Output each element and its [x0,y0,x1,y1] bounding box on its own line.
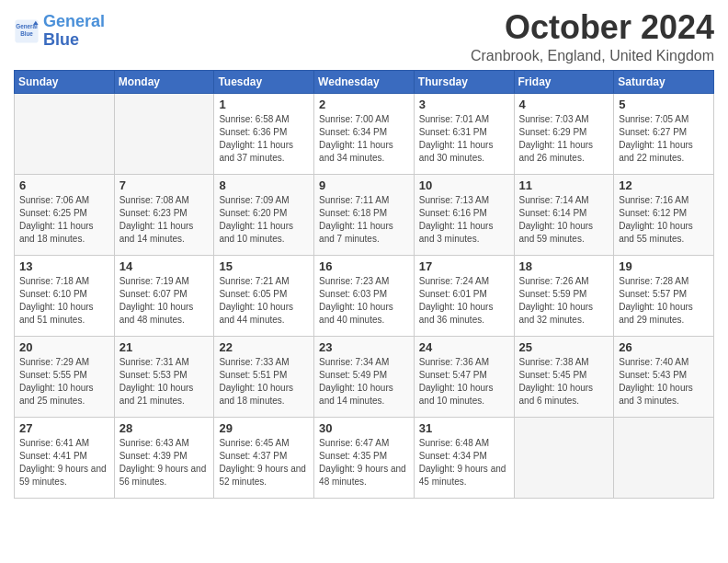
calendar-cell: 24Sunrise: 7:36 AM Sunset: 5:47 PM Dayli… [414,336,514,417]
calendar-cell [114,93,214,174]
weekday-header-tuesday: Tuesday [214,70,314,93]
weekday-header-monday: Monday [114,70,214,93]
weekday-header-friday: Friday [514,70,614,93]
calendar-cell [15,93,115,174]
day-number: 25 [519,340,609,354]
day-number: 30 [319,421,409,435]
day-number: 10 [419,178,509,192]
day-info: Sunrise: 7:19 AM Sunset: 6:07 PM Dayligh… [119,275,210,327]
calendar-cell: 8Sunrise: 7:09 AM Sunset: 6:20 PM Daylig… [214,174,314,255]
day-number: 18 [519,259,609,273]
day-info: Sunrise: 7:21 AM Sunset: 6:05 PM Dayligh… [219,275,309,327]
day-info: Sunrise: 7:11 AM Sunset: 6:18 PM Dayligh… [319,194,409,246]
day-number: 27 [19,421,109,435]
calendar-cell: 9Sunrise: 7:11 AM Sunset: 6:18 PM Daylig… [314,174,415,255]
day-info: Sunrise: 7:23 AM Sunset: 6:03 PM Dayligh… [319,275,409,327]
day-number: 31 [419,421,509,435]
calendar-cell: 13Sunrise: 7:18 AM Sunset: 6:10 PM Dayli… [15,255,115,336]
calendar-week-1: 1Sunrise: 6:58 AM Sunset: 6:36 PM Daylig… [15,93,714,174]
month-title: October 2024 [471,9,714,46]
weekday-header-saturday: Saturday [614,70,714,93]
day-info: Sunrise: 7:03 AM Sunset: 6:29 PM Dayligh… [519,113,609,165]
day-number: 1 [219,98,309,111]
logo: General Blue GeneralBlue [14,13,105,50]
day-number: 4 [519,98,609,111]
calendar-cell: 23Sunrise: 7:34 AM Sunset: 5:49 PM Dayli… [314,336,415,417]
day-number: 5 [619,98,709,111]
day-info: Sunrise: 7:18 AM Sunset: 6:10 PM Dayligh… [19,275,109,327]
calendar-cell: 25Sunrise: 7:38 AM Sunset: 5:45 PM Dayli… [514,336,614,417]
day-info: Sunrise: 7:33 AM Sunset: 5:51 PM Dayligh… [219,356,309,408]
calendar-week-5: 27Sunrise: 6:41 AM Sunset: 4:41 PM Dayli… [15,417,714,498]
title-area: October 2024 Cranbrook, England, United … [471,9,714,64]
day-info: Sunrise: 6:45 AM Sunset: 4:37 PM Dayligh… [219,437,309,488]
day-number: 15 [219,259,309,273]
day-number: 23 [319,340,409,354]
day-info: Sunrise: 6:43 AM Sunset: 4:39 PM Dayligh… [119,437,210,488]
calendar-table: SundayMondayTuesdayWednesdayThursdayFrid… [14,70,714,499]
calendar-cell: 4Sunrise: 7:03 AM Sunset: 6:29 PM Daylig… [514,93,614,174]
day-number: 28 [119,421,210,435]
calendar-cell: 14Sunrise: 7:19 AM Sunset: 6:07 PM Dayli… [114,255,214,336]
calendar-cell: 27Sunrise: 6:41 AM Sunset: 4:41 PM Dayli… [15,417,115,498]
day-info: Sunrise: 7:40 AM Sunset: 5:43 PM Dayligh… [619,356,709,408]
calendar-cell: 30Sunrise: 6:47 AM Sunset: 4:35 PM Dayli… [314,417,415,498]
calendar-cell [614,417,714,498]
day-number: 12 [619,178,709,192]
day-number: 19 [619,259,709,273]
calendar-cell: 26Sunrise: 7:40 AM Sunset: 5:43 PM Dayli… [614,336,714,417]
logo-text: GeneralBlue [43,13,105,50]
day-number: 8 [219,178,309,192]
calendar-cell: 19Sunrise: 7:28 AM Sunset: 5:57 PM Dayli… [614,255,714,336]
day-info: Sunrise: 7:38 AM Sunset: 5:45 PM Dayligh… [519,356,609,408]
day-number: 17 [419,259,509,273]
calendar-cell: 7Sunrise: 7:08 AM Sunset: 6:23 PM Daylig… [114,174,214,255]
calendar-cell: 16Sunrise: 7:23 AM Sunset: 6:03 PM Dayli… [314,255,415,336]
calendar-week-2: 6Sunrise: 7:06 AM Sunset: 6:25 PM Daylig… [15,174,714,255]
day-number: 13 [19,259,109,273]
calendar-cell: 11Sunrise: 7:14 AM Sunset: 6:14 PM Dayli… [514,174,614,255]
day-number: 7 [119,178,210,192]
weekday-header-sunday: Sunday [15,70,115,93]
calendar-week-4: 20Sunrise: 7:29 AM Sunset: 5:55 PM Dayli… [15,336,714,417]
day-number: 11 [519,178,609,192]
header: General Blue GeneralBlue October 2024 Cr… [14,9,714,64]
weekday-header-wednesday: Wednesday [314,70,415,93]
day-number: 16 [319,259,409,273]
calendar-cell: 15Sunrise: 7:21 AM Sunset: 6:05 PM Dayli… [214,255,314,336]
day-number: 2 [319,98,409,111]
day-info: Sunrise: 6:58 AM Sunset: 6:36 PM Dayligh… [219,113,309,165]
calendar-cell: 17Sunrise: 7:24 AM Sunset: 6:01 PM Dayli… [414,255,514,336]
day-info: Sunrise: 6:48 AM Sunset: 4:34 PM Dayligh… [419,437,509,488]
day-info: Sunrise: 7:09 AM Sunset: 6:20 PM Dayligh… [219,194,309,246]
calendar-cell: 20Sunrise: 7:29 AM Sunset: 5:55 PM Dayli… [15,336,115,417]
calendar-cell: 1Sunrise: 6:58 AM Sunset: 6:36 PM Daylig… [214,93,314,174]
svg-text:Blue: Blue [20,30,33,37]
day-info: Sunrise: 7:28 AM Sunset: 5:57 PM Dayligh… [619,275,709,327]
calendar-cell: 22Sunrise: 7:33 AM Sunset: 5:51 PM Dayli… [214,336,314,417]
logo-icon: General Blue [14,18,40,44]
day-info: Sunrise: 6:41 AM Sunset: 4:41 PM Dayligh… [19,437,109,488]
calendar-cell: 3Sunrise: 7:01 AM Sunset: 6:31 PM Daylig… [414,93,514,174]
day-info: Sunrise: 7:01 AM Sunset: 6:31 PM Dayligh… [419,113,509,165]
day-number: 20 [19,340,109,354]
day-number: 21 [119,340,210,354]
day-number: 6 [19,178,109,192]
day-number: 29 [219,421,309,435]
calendar-cell: 31Sunrise: 6:48 AM Sunset: 4:34 PM Dayli… [414,417,514,498]
location: Cranbrook, England, United Kingdom [471,48,714,64]
day-info: Sunrise: 7:13 AM Sunset: 6:16 PM Dayligh… [419,194,509,246]
day-number: 24 [419,340,509,354]
day-info: Sunrise: 7:26 AM Sunset: 5:59 PM Dayligh… [519,275,609,327]
weekday-header-thursday: Thursday [414,70,514,93]
calendar-cell: 2Sunrise: 7:00 AM Sunset: 6:34 PM Daylig… [314,93,415,174]
day-info: Sunrise: 6:47 AM Sunset: 4:35 PM Dayligh… [319,437,409,488]
weekday-header-row: SundayMondayTuesdayWednesdayThursdayFrid… [15,70,714,93]
day-info: Sunrise: 7:36 AM Sunset: 5:47 PM Dayligh… [419,356,509,408]
calendar-cell: 21Sunrise: 7:31 AM Sunset: 5:53 PM Dayli… [114,336,214,417]
calendar-cell: 12Sunrise: 7:16 AM Sunset: 6:12 PM Dayli… [614,174,714,255]
day-info: Sunrise: 7:08 AM Sunset: 6:23 PM Dayligh… [119,194,210,246]
calendar-cell: 10Sunrise: 7:13 AM Sunset: 6:16 PM Dayli… [414,174,514,255]
calendar-week-3: 13Sunrise: 7:18 AM Sunset: 6:10 PM Dayli… [15,255,714,336]
day-info: Sunrise: 7:06 AM Sunset: 6:25 PM Dayligh… [19,194,109,246]
